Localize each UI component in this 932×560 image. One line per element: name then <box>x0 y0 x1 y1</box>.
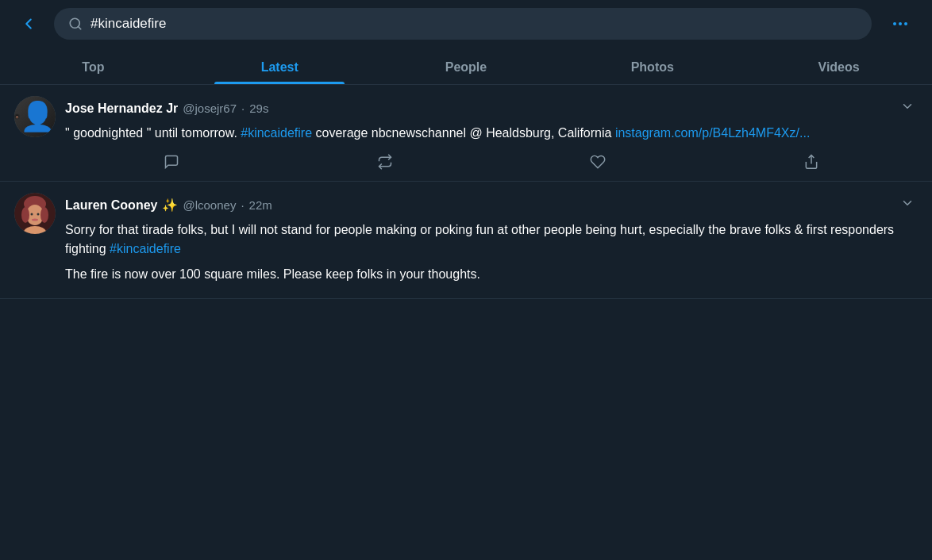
hashtag-link[interactable]: #kincaidefire <box>241 126 312 140</box>
tweet-time: 29s <box>249 102 268 115</box>
dot-separator: · <box>241 102 245 115</box>
username: @josejr67 <box>183 102 237 115</box>
tweet-row: Lauren Cooney✨ @lcooney · 22m Sorry for … <box>0 182 932 299</box>
search-bar[interactable]: #kincaidefire <box>54 8 872 40</box>
avatar[interactable] <box>14 193 56 234</box>
tab-photos[interactable]: Photos <box>559 48 745 84</box>
svg-line-1 <box>78 26 80 29</box>
back-button[interactable] <box>14 15 43 33</box>
svg-point-9 <box>16 117 17 119</box>
svg-point-16 <box>21 207 29 223</box>
tab-videos[interactable]: Videos <box>745 48 932 84</box>
svg-point-4 <box>904 22 907 25</box>
tweet-actions <box>65 151 918 173</box>
search-tabs: Top Latest People Photos Videos <box>0 48 932 85</box>
tab-people[interactable]: People <box>373 48 560 84</box>
tab-latest[interactable]: Latest <box>187 48 373 84</box>
tweet-more-icon[interactable] <box>897 96 918 121</box>
search-query-text: #kincaidefire <box>91 16 857 32</box>
instagram-link[interactable]: instagram.com/p/B4Lzh4MF4Xz/... <box>615 126 810 140</box>
share-button[interactable] <box>795 151 827 173</box>
tweet-content: Jose Hernandez Jr @josejr67 · 29s " good… <box>65 96 918 173</box>
tweet-body: Sorry for that tirade folks, but I will … <box>65 221 918 284</box>
more-options-button[interactable] <box>883 14 918 33</box>
svg-point-3 <box>899 22 902 25</box>
avatar[interactable] <box>14 96 56 137</box>
retweet-button[interactable] <box>369 151 401 173</box>
hashtag-link-2[interactable]: #kincaidefire <box>110 242 181 255</box>
header: #kincaidefire <box>0 0 932 48</box>
tweet-row: Jose Hernandez Jr @josejr67 · 29s " good… <box>0 85 932 182</box>
svg-point-2 <box>893 22 896 25</box>
svg-point-17 <box>40 207 48 223</box>
search-icon <box>68 17 83 31</box>
tweet-header: Jose Hernandez Jr @josejr67 · 29s <box>65 96 918 121</box>
like-button[interactable] <box>582 151 614 173</box>
tweet-more-icon[interactable] <box>897 193 918 217</box>
tweet-time: 22m <box>249 198 272 212</box>
dot-separator: · <box>241 198 244 212</box>
display-name: Lauren Cooney <box>65 198 157 213</box>
tweet-content: Lauren Cooney✨ @lcooney · 22m Sorry for … <box>65 193 918 290</box>
display-name: Jose Hernandez Jr <box>65 102 178 116</box>
reply-button[interactable] <box>156 151 187 173</box>
tweet-body: " goodnighted " until tomorrow. #kincaid… <box>65 124 918 143</box>
tweets-list: Jose Hernandez Jr @josejr67 · 29s " good… <box>0 85 932 299</box>
tweet-meta: Lauren Cooney✨ @lcooney · 22m <box>65 198 272 213</box>
tab-top[interactable]: Top <box>0 48 187 84</box>
svg-point-18 <box>31 213 33 216</box>
sparkle-emoji: ✨ <box>162 198 178 213</box>
tweet-header: Lauren Cooney✨ @lcooney · 22m <box>65 193 918 217</box>
svg-point-20 <box>32 219 38 221</box>
tweet-meta: Jose Hernandez Jr @josejr67 · 29s <box>65 102 268 116</box>
svg-point-19 <box>37 213 40 216</box>
username: @lcooney <box>183 198 236 212</box>
